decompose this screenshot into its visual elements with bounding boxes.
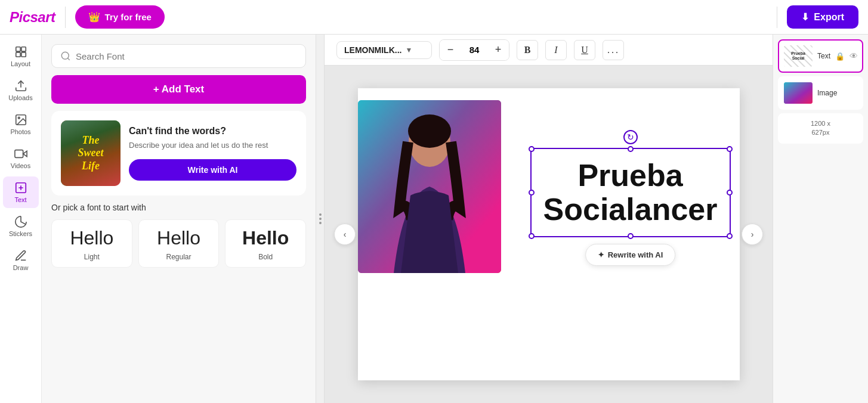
selection-handle-ml[interactable] (529, 190, 535, 196)
canvas-size-label: 1200 x627px (811, 119, 830, 138)
text-icon (14, 181, 27, 194)
canvas-text-line2: Socialancer (543, 192, 718, 227)
layer-image-label: Image (817, 89, 857, 97)
try-free-button[interactable]: 👑 Try for free (75, 5, 165, 29)
bold-button[interactable]: B (517, 40, 538, 60)
chevron-down-icon: ▼ (405, 46, 412, 54)
size-increase-button[interactable]: + (487, 40, 509, 60)
canvas-photo (358, 100, 501, 273)
add-text-button[interactable]: + Add Text (51, 75, 306, 104)
canvas-nav-left-button[interactable]: ‹ (334, 224, 356, 245)
canvas-size-item: 1200 x627px (778, 113, 863, 144)
sidebar-item-uploads[interactable]: Uploads (3, 75, 39, 106)
ai-card-image: TheSweetLife (61, 120, 121, 186)
bold-label: B (524, 45, 531, 55)
ai-card: TheSweetLife Can't find the words? Descr… (51, 111, 306, 196)
sidebar-item-layout[interactable]: Layout (3, 41, 39, 72)
uploads-icon (14, 79, 27, 92)
svg-rect-3 (21, 52, 25, 57)
selection-handle-bl[interactable] (529, 233, 535, 239)
font-samples: Hello Light Hello Regular Hello Bold (51, 219, 306, 268)
sidebar-layout-label: Layout (11, 60, 30, 67)
selection-handle-tr[interactable] (727, 146, 733, 152)
stickers-icon (14, 215, 27, 228)
svg-marker-7 (23, 151, 26, 156)
font-hello-regular: Hello (157, 227, 200, 249)
draw-icon (14, 249, 27, 262)
panel-handle-dots (319, 213, 322, 224)
font-hello-bold: Hello (242, 227, 289, 249)
sidebar-item-text[interactable]: Text (3, 176, 39, 208)
sidebar-icons: Layout Uploads Photos Videos Text Sticke… (0, 35, 42, 403)
font-regular-label: Regular (166, 253, 191, 261)
rewrite-ai-button[interactable]: ✦ Rewrite with AI (585, 244, 676, 266)
lock-icon: 🔒 (835, 52, 845, 61)
svg-rect-8 (14, 150, 23, 158)
topbar-right-divider (777, 7, 777, 28)
font-selector-name: LEMONMILK... (344, 45, 401, 55)
sidebar-item-draw[interactable]: Draw (3, 244, 39, 276)
topbar-divider (65, 7, 66, 28)
svg-rect-0 (16, 47, 20, 51)
selection-handle-tm[interactable] (628, 146, 634, 152)
sidebar-item-videos[interactable]: Videos (3, 142, 39, 174)
search-font-wrap (51, 44, 306, 68)
topbar: Picsart 👑 Try for free ⬇ Export (0, 0, 868, 35)
font-hello-light: Hello (70, 227, 113, 249)
ai-card-desc: Describe your idea and let us do the res… (129, 140, 296, 151)
underline-label: U (581, 45, 588, 55)
right-panel: PruebaSocial Text 🔒 👁 (773, 35, 868, 403)
write-ai-button[interactable]: Write with AI (129, 159, 296, 181)
add-text-label: + Add Text (153, 83, 204, 95)
svg-point-14 (408, 114, 451, 148)
font-light-label: Light (84, 253, 100, 261)
canvas-frame: ↻ Prueba Socialancer (358, 88, 740, 380)
canvas-text-line1: Prueba (577, 158, 682, 193)
font-selector[interactable]: LEMONMILK... ▼ (336, 41, 432, 59)
selection-handle-mr[interactable] (727, 190, 733, 196)
rotate-handle[interactable]: ↻ (623, 130, 638, 144)
sidebar-photos-label: Photos (10, 128, 30, 135)
canvas-area: LEMONMILK... ▼ − + B I U ... (325, 35, 773, 403)
export-button[interactable]: ⬇ Export (787, 5, 858, 29)
layer-thumb-text: PruebaSocial (784, 45, 813, 67)
canvas-toolbar: LEMONMILK... ▼ − + B I U ... (325, 35, 773, 66)
svg-point-10 (61, 52, 69, 59)
sidebar-item-stickers[interactable]: Stickers (3, 210, 39, 242)
font-sample-light[interactable]: Hello Light (51, 219, 132, 268)
selection-handle-br[interactable] (727, 233, 733, 239)
italic-label: I (554, 45, 557, 55)
sidebar-videos-label: Videos (11, 162, 30, 169)
pick-font-label: Or pick a font to start with (51, 203, 306, 212)
layer-thumb-image (784, 82, 813, 104)
underline-button[interactable]: U (574, 40, 595, 60)
rewrite-ai-label: Rewrite with AI (608, 250, 663, 259)
canvas-text-content: Prueba Socialancer (543, 159, 718, 227)
search-font-input[interactable] (76, 51, 297, 61)
chevron-right-icon: › (751, 230, 754, 239)
selection-handle-bm[interactable] (628, 233, 634, 239)
size-decrease-button[interactable]: − (440, 40, 461, 60)
more-options-button[interactable]: ... (603, 40, 624, 60)
sidebar-item-photos[interactable]: Photos (3, 108, 39, 140)
panel-collapse-handle[interactable] (316, 35, 325, 403)
svg-rect-2 (16, 52, 20, 57)
font-size-input[interactable] (461, 45, 487, 55)
font-sample-bold[interactable]: Hello Bold (225, 219, 306, 268)
search-icon (60, 51, 71, 61)
eye-icon: 👁 (850, 51, 858, 61)
photos-icon (14, 113, 27, 126)
sidebar-draw-label: Draw (13, 264, 29, 271)
selection-handle-tl[interactable] (529, 146, 535, 152)
videos-icon (14, 147, 27, 160)
canvas-nav-right-button[interactable]: › (742, 224, 763, 245)
layout-icon (14, 45, 27, 58)
font-sample-regular[interactable]: Hello Regular (138, 219, 220, 268)
crown-icon: 👑 (88, 11, 100, 23)
layer-item-image[interactable]: Image (778, 76, 863, 110)
italic-button[interactable]: I (545, 40, 567, 60)
font-bold-label: Bold (258, 253, 273, 261)
layer-item-text[interactable]: PruebaSocial Text 🔒 👁 (778, 39, 863, 73)
svg-line-11 (67, 58, 69, 60)
canvas-text-element[interactable]: ↻ Prueba Socialancer (530, 148, 731, 237)
